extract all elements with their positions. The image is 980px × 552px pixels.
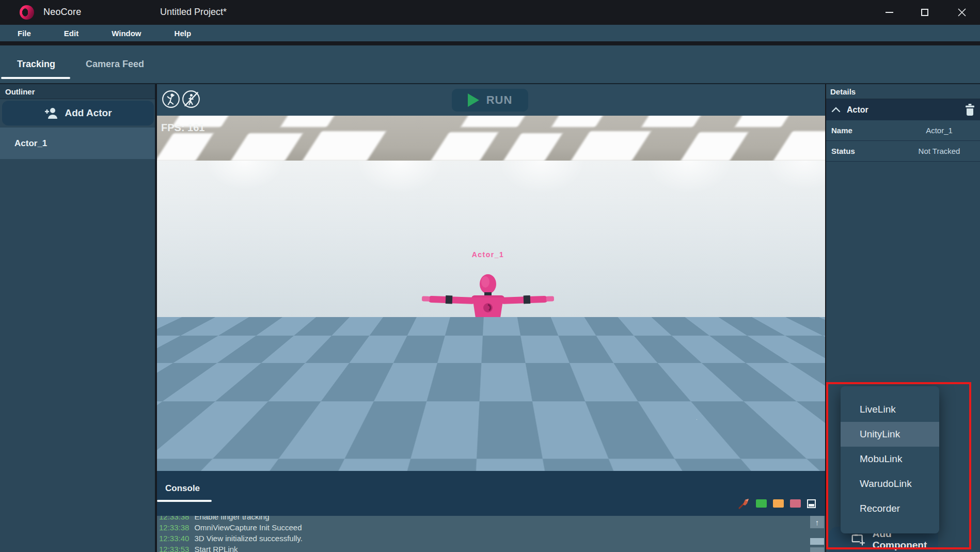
property-row-status: Status Not Tracked [826, 141, 980, 162]
property-label: Name [831, 126, 898, 135]
neocore-logo-icon [20, 5, 34, 20]
property-value: Not Tracked [898, 147, 980, 155]
run-button[interactable]: RUN [452, 89, 528, 112]
tab-bar: Tracking Camera Feed [0, 45, 980, 84]
menu-bar: File Edit Window Help [0, 25, 980, 41]
titlebar-divider [0, 41, 980, 45]
close-icon [958, 8, 966, 17]
log-timestamp: 12:33:38 [159, 523, 189, 532]
add-actor-button[interactable]: Add Actor [2, 101, 154, 125]
log-timestamp: 12:33:53 [159, 545, 189, 552]
menu-item-livelink[interactable]: LiveLink [841, 397, 939, 422]
log-message: OmniViewCapture Init Succeed [194, 523, 302, 532]
console-header: Console [157, 471, 825, 516]
console-toolbar [738, 498, 816, 509]
menu-file[interactable]: File [10, 27, 38, 40]
log-message: Enable finger tracking [194, 516, 269, 521]
menu-window[interactable]: Window [104, 27, 148, 40]
paintbrush-icon[interactable] [738, 498, 750, 509]
minimize-icon [886, 12, 893, 13]
actor-section-header[interactable]: Actor [826, 99, 980, 120]
play-icon [468, 93, 479, 107]
person-plus-icon [44, 107, 58, 119]
component-dropdown-menu: LiveLink UnityLink MobuLink WarudoLink R… [841, 386, 939, 533]
fps-counter: FPS: 161 [161, 122, 204, 134]
tab-camera-feed-label: Camera Feed [86, 59, 144, 70]
title-bar: NeoCore Untitled Project* [0, 0, 980, 25]
maximize-icon [921, 9, 928, 16]
menu-item-recorder[interactable]: Recorder [841, 496, 939, 521]
tab-tracking-label: Tracking [17, 59, 55, 70]
gizmo-axis-green [224, 406, 225, 439]
menu-edit[interactable]: Edit [57, 27, 86, 40]
run-label: RUN [486, 93, 513, 107]
property-value[interactable]: Actor_1 [898, 126, 980, 135]
actor-3d-label: Actor_1 [447, 250, 529, 259]
console-tab-underline [157, 500, 212, 502]
close-button[interactable] [947, 0, 976, 25]
menu-item-mobulink[interactable]: MobuLink [841, 447, 939, 471]
body-tracking-toggle[interactable] [161, 89, 181, 109]
menu-item-unitylink[interactable]: UnityLink [841, 422, 939, 447]
scroll-thumb[interactable] [810, 538, 824, 545]
property-row-name: Name Actor_1 [826, 120, 980, 141]
outliner-item-actor1[interactable]: Actor_1 [0, 128, 155, 159]
hand-tracking-toggle[interactable] [181, 89, 201, 109]
menu-help[interactable]: Help [167, 27, 199, 40]
log-filter-error-swatch[interactable] [790, 499, 801, 508]
log-line: 12:33:38Enable finger tracking [159, 516, 808, 522]
outliner-panel: Outliner Add Actor Actor_1 [0, 84, 156, 552]
console-panel: Console 12:33:38Enable finger tracking [157, 471, 825, 552]
minimize-button[interactable] [875, 0, 904, 25]
viewport-toolbar: RUN [157, 84, 825, 116]
3d-viewport[interactable]: FPS: 161 Actor_1 [157, 116, 825, 471]
app-name: NeoCore [43, 7, 81, 18]
menu-item-warudolink[interactable]: WarudoLink [841, 471, 939, 496]
console-log-area[interactable]: 12:33:38Enable finger tracking 12:33:38O… [159, 516, 808, 552]
scroll-up-button[interactable]: ↑ [810, 516, 824, 528]
details-title: Details [830, 87, 856, 96]
actor-section-title: Actor [847, 105, 965, 115]
actor-name-label: Actor_1 [14, 138, 47, 149]
log-filter-info-swatch[interactable] [756, 499, 767, 508]
actor-mannequin[interactable] [421, 269, 555, 387]
outliner-header: Outliner [0, 84, 155, 99]
details-header: Details [826, 84, 980, 99]
trash-icon[interactable] [965, 104, 975, 116]
tab-tracking[interactable]: Tracking [0, 45, 72, 83]
console-tab[interactable]: Console [165, 483, 200, 494]
console-frame-icon[interactable] [807, 499, 816, 508]
tab-camera-feed[interactable]: Camera Feed [72, 45, 157, 83]
log-line: 12:33:38OmniViewCapture Init Succeed [159, 522, 808, 533]
person-pose-icon [161, 89, 181, 109]
active-tab-underline [1, 77, 70, 79]
frame-plus-icon [851, 532, 865, 546]
gizmo-axis-red [224, 438, 249, 440]
person-slash-icon [181, 89, 201, 109]
log-message: Start RPLink [194, 545, 238, 552]
add-actor-label: Add Actor [65, 107, 112, 119]
log-line: 12:33:403D View initialized successfully… [159, 533, 808, 544]
property-label: Status [831, 147, 898, 155]
scroll-down-button[interactable]: ↓ [810, 547, 824, 552]
maximize-button[interactable] [910, 0, 939, 25]
project-title: Untitled Project* [160, 7, 227, 18]
outliner-title: Outliner [5, 87, 35, 96]
log-timestamp: 12:33:40 [159, 534, 189, 543]
chevron-up-icon[interactable] [831, 107, 841, 113]
viewport-column: RUN FPS: 161 Actor_1 [157, 84, 825, 552]
log-message: 3D View initialized successfully. [194, 534, 303, 543]
log-filter-warning-swatch[interactable] [773, 499, 784, 508]
console-scrollbar: ↑ ↓ [810, 516, 825, 552]
ceiling [157, 116, 825, 161]
log-line: 12:33:53Start RPLink [159, 544, 808, 552]
log-timestamp: 12:33:38 [159, 516, 189, 521]
